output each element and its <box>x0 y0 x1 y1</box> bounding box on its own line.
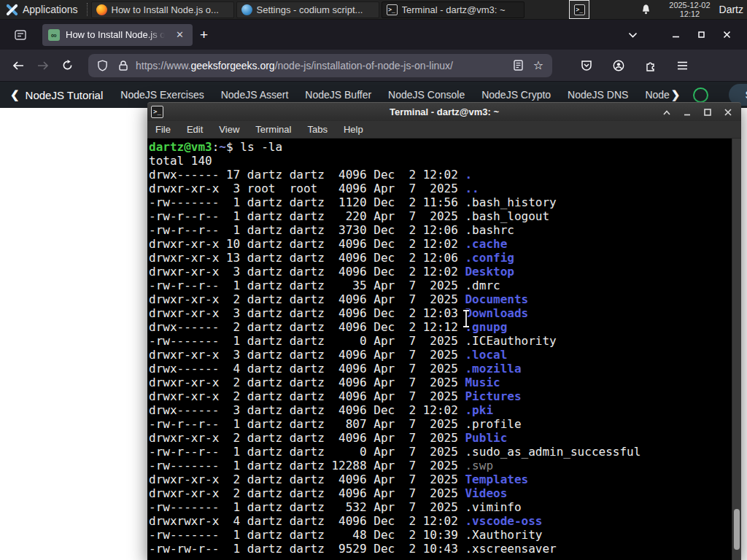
url-domain: geeksforgeeks.org <box>190 60 274 71</box>
applications-menu-button[interactable]: Applications <box>0 0 84 20</box>
new-tab-button[interactable]: + <box>193 26 215 44</box>
nav-scroll-right-chevron-icon[interactable]: ❯ <box>671 88 681 101</box>
listing-file-name: .sudo_as_admin_successful <box>465 445 640 459</box>
shade-window-icon[interactable] <box>658 107 676 118</box>
terminal-listing-line: drwxr-xr-x 3 dartz dartz 4096 Apr 7 2025… <box>149 348 741 362</box>
reader-mode-icon[interactable] <box>511 58 526 72</box>
back-button[interactable] <box>6 55 31 76</box>
menu-file[interactable]: File <box>147 124 179 135</box>
taskbar-button-firefox[interactable]: How to Install Node.js o... <box>91 1 234 18</box>
listing-directory-name: Downloads <box>465 306 528 320</box>
maximize-window-icon[interactable] <box>689 25 714 44</box>
sitenav-item-truncated[interactable]: Node <box>645 89 669 101</box>
terminal-listing-line: drwxr-xr-x 2 dartz dartz 4096 Apr 7 2025… <box>149 376 741 389</box>
terminal-titlebar[interactable]: Terminal - dartz@vm3: ~ >_ <box>147 102 741 121</box>
distro-logo-icon <box>6 4 18 16</box>
menu-terminal[interactable]: Terminal <box>247 124 299 135</box>
terminal-listing-line: drwxr-xr-x 3 root root 4096 Apr 7 2025 .… <box>149 182 741 195</box>
sitenav-item-nodejs-crypto[interactable]: NodeJS Crypto <box>481 89 551 101</box>
sitenav-item-nodejs-buffer[interactable]: NodeJS Buffer <box>305 89 371 101</box>
list-all-tabs-chevron-icon[interactable] <box>628 20 638 50</box>
menu-edit[interactable]: Edit <box>179 124 211 135</box>
tray-terminal-icon[interactable]: >_ <box>569 0 589 19</box>
listing-file-name: .profile <box>465 417 521 431</box>
scrollbar-thumb[interactable] <box>734 509 740 550</box>
terminal-listing-line: drwxr-xr-x 2 dartz dartz 4096 Apr 7 2025… <box>149 292 741 306</box>
terminal-listing-line: -rw------- 1 dartz dartz 0 Apr 7 2025 .I… <box>149 334 741 348</box>
terminal-icon: >_ <box>151 106 163 118</box>
forward-button[interactable] <box>31 55 55 76</box>
menu-help[interactable]: Help <box>336 124 371 135</box>
tab-title: How to Install Node.js on <box>66 29 167 40</box>
listing-directory-name: .cache <box>465 237 507 251</box>
terminal-listing-line: -rw------- 1 dartz dartz 48 Dec 2 10:39 … <box>149 528 741 542</box>
tab-close-icon[interactable]: ✕ <box>173 28 187 42</box>
session-user-label[interactable]: Dartz <box>719 4 743 15</box>
terminal-listing-line: drwx------ 4 dartz dartz 4096 Apr 7 2025… <box>149 362 741 376</box>
listing-directory-name: Public <box>465 431 507 445</box>
lock-icon[interactable] <box>115 58 131 73</box>
sitenav-item-nodejs-dns[interactable]: NodeJS DNS <box>568 89 628 101</box>
listing-directory-name: . <box>465 168 472 182</box>
sitenav-item-nodejs-console[interactable]: NodeJS Console <box>388 89 465 101</box>
terminal-menubar: File Edit View Terminal Tabs Help <box>147 121 741 139</box>
taskbar-title: Terminal - dartz@vm3: ~ <box>402 4 506 15</box>
minimize-window-icon[interactable] <box>663 25 689 44</box>
url-bar[interactable]: https://www.geeksforgeeks.org/node-js/in… <box>88 54 552 77</box>
terminal-icon: >_ <box>574 4 585 15</box>
minimize-window-icon[interactable] <box>678 106 696 119</box>
panel-clock[interactable]: 2025-12-02 12:12 <box>669 1 710 18</box>
taskbar-button-codium-settings[interactable]: Settings - codium script... <box>236 1 379 18</box>
extensions-puzzle-icon[interactable] <box>638 55 663 77</box>
terminal-icon: >_ <box>387 4 398 15</box>
terminal-listing-line: drwxr-xr-x 2 dartz dartz 4096 Apr 7 2025… <box>149 431 741 445</box>
terminal-listing-line: drwxr-xr-x 10 dartz dartz 4096 Dec 2 12:… <box>149 237 741 251</box>
listing-file-name: .viminfo <box>465 500 521 514</box>
listing-file-name: .swp <box>465 459 493 472</box>
terminal-scrollbar[interactable] <box>732 139 741 560</box>
firefox-nav-toolbar: https://www.geeksforgeeks.org/node-js/in… <box>0 50 747 82</box>
firefox-tab-bar: ∞ How to Install Node.js on ✕ + <box>0 20 747 50</box>
listing-directory-name: Music <box>465 376 500 389</box>
terminal-listing-line: drwx------ 3 dartz dartz 4096 Dec 2 12:0… <box>149 403 741 417</box>
close-window-icon[interactable] <box>714 25 740 44</box>
codium-icon <box>241 4 252 15</box>
listing-directory-name: .config <box>465 251 514 265</box>
panel-separator <box>87 3 88 16</box>
account-icon[interactable] <box>606 55 631 77</box>
terminal-listing-line: -rw------- 1 dartz dartz 532 Apr 7 2025 … <box>149 500 741 514</box>
sitenav-item-nodejs-assert[interactable]: NodeJS Assert <box>221 89 289 101</box>
search-icon[interactable] <box>693 88 708 103</box>
nav-back-chevron-icon[interactable]: ❮ <box>10 88 20 101</box>
reload-button[interactable] <box>55 55 80 76</box>
maximize-window-icon[interactable] <box>699 106 716 119</box>
url-path: /node-js/installation-of-node-js-on-linu… <box>275 60 453 71</box>
listing-directory-name: .pki <box>465 403 493 417</box>
sitenav-item-nodejs-tutorial[interactable]: NodeJS Tutorial <box>26 89 104 101</box>
clock-date: 2025-12-02 <box>669 1 710 9</box>
taskbar-title: Settings - codium script... <box>257 4 363 15</box>
terminal-prompt-line: dartz@vm3:~$ ls -la <box>149 140 741 154</box>
notification-bell-icon[interactable] <box>640 4 651 15</box>
taskbar-button-terminal[interactable]: >_ Terminal - dartz@vm3: ~ <box>382 1 525 18</box>
bookmark-star-icon[interactable]: ☆ <box>530 58 546 72</box>
prompt-path: ~ <box>219 140 226 154</box>
firefox-view-icon[interactable] <box>10 26 31 44</box>
mouse-cursor-ibeam-icon <box>461 309 471 328</box>
pocket-icon[interactable] <box>574 55 599 77</box>
browser-tab-active[interactable]: ∞ How to Install Node.js on ✕ <box>42 24 193 46</box>
url-scheme: https://www. <box>136 60 190 71</box>
url-text[interactable]: https://www.geeksforgeeks.org/node-js/in… <box>136 60 506 71</box>
sitenav-item-nodejs-exercises[interactable]: NodeJS Exercises <box>120 89 204 101</box>
hamburger-menu-icon[interactable] <box>670 56 694 75</box>
shield-icon[interactable] <box>94 58 111 73</box>
terminal-output: dartz@vm3:~$ ls -la total 140 drwx------… <box>147 139 741 560</box>
menu-tabs[interactable]: Tabs <box>299 124 335 135</box>
menu-view[interactable]: View <box>211 124 247 135</box>
terminal-listing-line: drwx------ 17 dartz dartz 4096 Dec 2 12:… <box>149 168 741 182</box>
terminal-window: Terminal - dartz@vm3: ~ >_ File Edit <box>147 102 741 560</box>
listing-directory-name: .gnupg <box>465 320 507 334</box>
geeksforgeeks-favicon-icon: ∞ <box>48 29 60 41</box>
close-window-icon[interactable] <box>719 106 737 119</box>
listing-directory-name: .mozilla <box>465 362 521 376</box>
